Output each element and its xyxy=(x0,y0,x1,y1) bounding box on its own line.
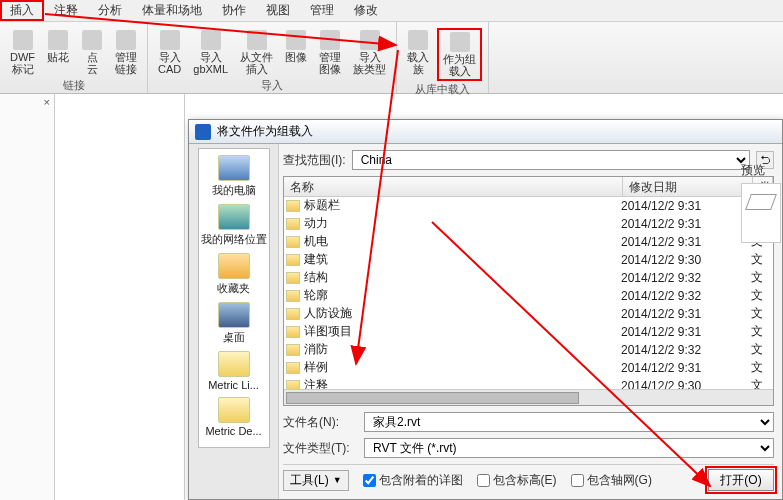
folder-icon xyxy=(286,362,300,374)
ribbon-btn[interactable]: 贴花 xyxy=(43,28,73,65)
folder-row[interactable]: 动力2014/12/2 9:31文 xyxy=(284,215,773,233)
menubar: 插入注释分析体量和场地协作视图管理修改 xyxy=(0,0,783,22)
ribbon-icon xyxy=(82,30,102,50)
folder-icon xyxy=(286,308,300,320)
ribbon-icon xyxy=(408,30,428,50)
folder-row[interactable]: 注释2014/12/2 9:30文 xyxy=(284,377,773,389)
place-item[interactable]: 我的电脑 xyxy=(199,153,269,200)
folder-row[interactable]: 消防2014/12/2 9:32文 xyxy=(284,341,773,359)
folder-row[interactable]: 标题栏2014/12/2 9:31文 xyxy=(284,197,773,215)
ribbon-icon xyxy=(360,30,380,50)
place-item[interactable]: 收藏夹 xyxy=(199,251,269,298)
places-bar: 我的电脑我的网络位置收藏夹桌面Metric Li...Metric De... xyxy=(189,144,279,499)
ribbon: DWF 标记贴花点 云管理 链接链接导入 CAD导入 gbXML从文件 插入图像… xyxy=(0,22,783,94)
ribbon-btn[interactable]: DWF 标记 xyxy=(6,28,39,77)
file-list-header[interactable]: 名称 修改日期 类 xyxy=(284,177,773,197)
folder-icon xyxy=(286,200,300,212)
preview-pane: 预览 xyxy=(739,160,783,245)
ribbon-icon xyxy=(48,30,68,50)
ribbon-icon xyxy=(116,30,136,50)
app-icon xyxy=(195,124,211,140)
properties-panel: × xyxy=(0,94,55,500)
col-name[interactable]: 名称 xyxy=(284,177,623,196)
ribbon-btn[interactable]: 载入 族 xyxy=(403,28,433,77)
menu-管理[interactable]: 管理 xyxy=(300,0,344,21)
folder-row[interactable]: 轮廓2014/12/2 9:32文 xyxy=(284,287,773,305)
ribbon-btn[interactable]: 导入 CAD xyxy=(154,28,185,77)
folder-icon xyxy=(286,218,300,230)
filename-input[interactable]: 家具2.rvt xyxy=(364,412,774,432)
canvas xyxy=(55,94,185,500)
ribbon-icon xyxy=(320,30,340,50)
folder-row[interactable]: 结构2014/12/2 9:32文 xyxy=(284,269,773,287)
folder-row[interactable]: 人防设施2014/12/2 9:31文 xyxy=(284,305,773,323)
chk-grids[interactable]: 包含轴网(G) xyxy=(571,472,652,489)
menu-体量和场地[interactable]: 体量和场地 xyxy=(132,0,212,21)
dialog-title: 将文件作为组载入 xyxy=(217,123,313,140)
folder-icon xyxy=(286,236,300,248)
lookin-select[interactable]: China xyxy=(352,150,750,170)
preview-image xyxy=(741,183,781,243)
file-list-body[interactable]: 标题栏2014/12/2 9:31文动力2014/12/2 9:31文机电201… xyxy=(284,197,773,389)
folder-row[interactable]: 机电2014/12/2 9:31文 xyxy=(284,233,773,251)
ribbon-icon xyxy=(160,30,180,50)
ribbon-icon xyxy=(286,30,306,50)
menu-修改[interactable]: 修改 xyxy=(344,0,388,21)
folder-icon xyxy=(286,380,300,390)
lookin-label: 查找范围(I): xyxy=(283,152,346,169)
menu-视图[interactable]: 视图 xyxy=(256,0,300,21)
col-date[interactable]: 修改日期 xyxy=(623,177,753,196)
file-list: 名称 修改日期 类 标题栏2014/12/2 9:31文动力2014/12/2 … xyxy=(283,176,774,406)
menu-分析[interactable]: 分析 xyxy=(88,0,132,21)
place-item[interactable]: Metric Li... xyxy=(199,349,269,393)
ribbon-btn[interactable]: 导入 gbXML xyxy=(189,28,232,77)
menu-协作[interactable]: 协作 xyxy=(212,0,256,21)
chk-levels[interactable]: 包含标高(E) xyxy=(477,472,557,489)
ribbon-btn[interactable]: 从文件 插入 xyxy=(236,28,277,77)
folder-icon xyxy=(286,254,300,266)
folder-row[interactable]: 详图项目2014/12/2 9:31文 xyxy=(284,323,773,341)
folder-row[interactable]: 建筑2014/12/2 9:30文 xyxy=(284,251,773,269)
places-list[interactable]: 我的电脑我的网络位置收藏夹桌面Metric Li...Metric De... xyxy=(198,148,270,448)
dialog-titlebar: 将文件作为组载入 xyxy=(189,120,782,144)
filetype-select[interactable]: RVT 文件 (*.rvt) xyxy=(364,438,774,458)
ribbon-btn[interactable]: 作为组 载入 xyxy=(437,28,482,81)
ribbon-icon xyxy=(13,30,33,50)
open-button[interactable]: 打开(O) xyxy=(708,469,774,491)
chk-attached-details[interactable]: 包含附着的详图 xyxy=(363,472,463,489)
ribbon-btn[interactable]: 点 云 xyxy=(77,28,107,77)
ribbon-btn[interactable]: 导入 族类型 xyxy=(349,28,390,77)
close-icon[interactable]: × xyxy=(44,96,50,108)
place-item[interactable]: 我的网络位置 xyxy=(199,202,269,249)
ribbon-btn[interactable]: 图像 xyxy=(281,28,311,65)
ribbon-btn[interactable]: 管理 图像 xyxy=(315,28,345,77)
folder-icon xyxy=(286,344,300,356)
folder-icon xyxy=(286,272,300,284)
ribbon-icon xyxy=(247,30,267,50)
ribbon-icon xyxy=(201,30,221,50)
folder-icon xyxy=(286,290,300,302)
load-as-group-dialog: 将文件作为组载入 我的电脑我的网络位置收藏夹桌面Metric Li...Metr… xyxy=(188,119,783,500)
folder-icon xyxy=(286,326,300,338)
filetype-label: 文件类型(T): xyxy=(283,440,358,457)
place-item[interactable]: Metric De... xyxy=(199,395,269,439)
place-item[interactable]: 桌面 xyxy=(199,300,269,347)
ribbon-btn[interactable]: 管理 链接 xyxy=(111,28,141,77)
horiz-scrollbar[interactable] xyxy=(284,389,773,405)
menu-插入[interactable]: 插入 xyxy=(0,0,44,21)
ribbon-icon xyxy=(450,32,470,52)
tools-menu[interactable]: 工具(L)▼ xyxy=(283,470,349,491)
menu-注释[interactable]: 注释 xyxy=(44,0,88,21)
folder-row[interactable]: 样例2014/12/2 9:31文 xyxy=(284,359,773,377)
filename-label: 文件名(N): xyxy=(283,414,358,431)
